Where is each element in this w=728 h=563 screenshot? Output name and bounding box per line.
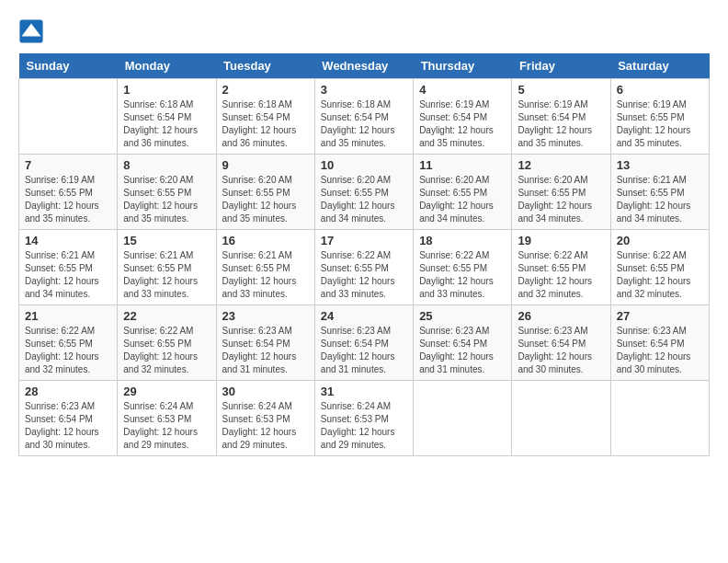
- calendar-cell: 9Sunrise: 6:20 AM Sunset: 6:55 PM Daylig…: [216, 155, 314, 230]
- day-number: 15: [123, 234, 210, 247]
- day-number: 25: [419, 309, 506, 323]
- day-number: 19: [518, 234, 604, 247]
- day-info: Sunrise: 6:19 AM Sunset: 6:54 PM Dayligh…: [419, 98, 506, 150]
- calendar-cell: 19Sunrise: 6:22 AM Sunset: 6:55 PM Dayli…: [512, 230, 610, 305]
- day-info: Sunrise: 6:24 AM Sunset: 6:53 PM Dayligh…: [222, 400, 309, 452]
- calendar-cell: 5Sunrise: 6:19 AM Sunset: 6:54 PM Daylig…: [512, 79, 610, 155]
- day-number: 20: [617, 234, 703, 247]
- calendar-week-row: 7Sunrise: 6:19 AM Sunset: 6:55 PM Daylig…: [19, 155, 710, 230]
- calendar-cell: 2Sunrise: 6:18 AM Sunset: 6:54 PM Daylig…: [216, 79, 314, 155]
- day-info: Sunrise: 6:20 AM Sunset: 6:55 PM Dayligh…: [518, 174, 604, 225]
- day-number: 30: [222, 385, 309, 398]
- day-info: Sunrise: 6:22 AM Sunset: 6:55 PM Dayligh…: [25, 325, 111, 376]
- header-saturday: Saturday: [610, 53, 709, 79]
- day-number: 2: [222, 83, 309, 97]
- day-number: 4: [419, 83, 506, 97]
- day-number: 3: [321, 83, 407, 97]
- day-info: Sunrise: 6:23 AM Sunset: 6:54 PM Dayligh…: [222, 325, 309, 376]
- header-thursday: Thursday: [414, 53, 512, 79]
- logo-icon: [18, 18, 44, 44]
- calendar-cell: 30Sunrise: 6:24 AM Sunset: 6:53 PM Dayli…: [216, 381, 314, 456]
- page-header: [18, 18, 710, 44]
- day-number: 11: [419, 158, 506, 172]
- calendar-cell: 26Sunrise: 6:23 AM Sunset: 6:54 PM Dayli…: [512, 305, 610, 381]
- day-number: 29: [123, 385, 210, 398]
- day-info: Sunrise: 6:23 AM Sunset: 6:54 PM Dayligh…: [25, 400, 111, 452]
- day-number: 27: [617, 309, 703, 323]
- day-info: Sunrise: 6:20 AM Sunset: 6:55 PM Dayligh…: [222, 174, 309, 225]
- day-info: Sunrise: 6:23 AM Sunset: 6:54 PM Dayligh…: [419, 325, 506, 376]
- header-tuesday: Tuesday: [216, 53, 314, 79]
- day-number: 21: [25, 309, 111, 323]
- day-info: Sunrise: 6:23 AM Sunset: 6:54 PM Dayligh…: [518, 325, 604, 376]
- calendar-week-row: 21Sunrise: 6:22 AM Sunset: 6:55 PM Dayli…: [19, 305, 710, 381]
- calendar-cell: [19, 79, 118, 155]
- calendar-cell: [610, 381, 709, 456]
- day-number: 1: [123, 83, 210, 97]
- day-info: Sunrise: 6:18 AM Sunset: 6:54 PM Dayligh…: [123, 98, 210, 150]
- calendar-cell: 15Sunrise: 6:21 AM Sunset: 6:55 PM Dayli…: [118, 230, 216, 305]
- calendar-cell: 10Sunrise: 6:20 AM Sunset: 6:55 PM Dayli…: [314, 155, 413, 230]
- day-number: 9: [222, 158, 309, 172]
- calendar-cell: 25Sunrise: 6:23 AM Sunset: 6:54 PM Dayli…: [414, 305, 512, 381]
- day-info: Sunrise: 6:20 AM Sunset: 6:55 PM Dayligh…: [321, 174, 407, 225]
- calendar-cell: 16Sunrise: 6:21 AM Sunset: 6:55 PM Dayli…: [216, 230, 314, 305]
- day-number: 28: [25, 385, 111, 398]
- calendar-cell: 7Sunrise: 6:19 AM Sunset: 6:55 PM Daylig…: [19, 155, 118, 230]
- day-info: Sunrise: 6:22 AM Sunset: 6:55 PM Dayligh…: [419, 249, 506, 301]
- day-number: 31: [321, 385, 407, 398]
- day-number: 5: [518, 83, 604, 97]
- calendar-cell: 29Sunrise: 6:24 AM Sunset: 6:53 PM Dayli…: [118, 381, 216, 456]
- calendar-cell: [512, 381, 610, 456]
- day-info: Sunrise: 6:23 AM Sunset: 6:54 PM Dayligh…: [617, 325, 703, 376]
- day-number: 16: [222, 234, 309, 247]
- day-info: Sunrise: 6:23 AM Sunset: 6:54 PM Dayligh…: [321, 325, 407, 376]
- day-number: 18: [419, 234, 506, 247]
- calendar-table: SundayMondayTuesdayWednesdayThursdayFrid…: [18, 53, 710, 456]
- calendar-cell: 4Sunrise: 6:19 AM Sunset: 6:54 PM Daylig…: [414, 79, 512, 155]
- day-number: 17: [321, 234, 407, 247]
- calendar-cell: 11Sunrise: 6:20 AM Sunset: 6:55 PM Dayli…: [414, 155, 512, 230]
- day-number: 10: [321, 158, 407, 172]
- calendar-cell: 27Sunrise: 6:23 AM Sunset: 6:54 PM Dayli…: [610, 305, 709, 381]
- calendar-cell: 31Sunrise: 6:24 AM Sunset: 6:53 PM Dayli…: [314, 381, 413, 456]
- day-number: 8: [123, 158, 210, 172]
- day-info: Sunrise: 6:18 AM Sunset: 6:54 PM Dayligh…: [222, 98, 309, 150]
- day-number: 7: [25, 158, 111, 172]
- calendar-cell: 17Sunrise: 6:22 AM Sunset: 6:55 PM Dayli…: [314, 230, 413, 305]
- day-number: 23: [222, 309, 309, 323]
- header-friday: Friday: [512, 53, 610, 79]
- calendar-cell: 22Sunrise: 6:22 AM Sunset: 6:55 PM Dayli…: [118, 305, 216, 381]
- calendar-cell: 23Sunrise: 6:23 AM Sunset: 6:54 PM Dayli…: [216, 305, 314, 381]
- calendar-week-row: 1Sunrise: 6:18 AM Sunset: 6:54 PM Daylig…: [19, 79, 710, 155]
- day-info: Sunrise: 6:24 AM Sunset: 6:53 PM Dayligh…: [321, 400, 407, 452]
- calendar-week-row: 28Sunrise: 6:23 AM Sunset: 6:54 PM Dayli…: [19, 381, 710, 456]
- calendar-week-row: 14Sunrise: 6:21 AM Sunset: 6:55 PM Dayli…: [19, 230, 710, 305]
- day-info: Sunrise: 6:22 AM Sunset: 6:55 PM Dayligh…: [617, 249, 703, 301]
- logo: [18, 18, 48, 44]
- calendar-cell: 1Sunrise: 6:18 AM Sunset: 6:54 PM Daylig…: [118, 79, 216, 155]
- calendar-cell: 24Sunrise: 6:23 AM Sunset: 6:54 PM Dayli…: [314, 305, 413, 381]
- day-info: Sunrise: 6:20 AM Sunset: 6:55 PM Dayligh…: [123, 174, 210, 225]
- day-info: Sunrise: 6:24 AM Sunset: 6:53 PM Dayligh…: [123, 400, 210, 452]
- day-info: Sunrise: 6:18 AM Sunset: 6:54 PM Dayligh…: [321, 98, 407, 150]
- day-info: Sunrise: 6:19 AM Sunset: 6:55 PM Dayligh…: [617, 98, 703, 150]
- day-info: Sunrise: 6:21 AM Sunset: 6:55 PM Dayligh…: [25, 249, 111, 301]
- calendar-header-row: SundayMondayTuesdayWednesdayThursdayFrid…: [19, 53, 710, 79]
- calendar-cell: 14Sunrise: 6:21 AM Sunset: 6:55 PM Dayli…: [19, 230, 118, 305]
- day-number: 6: [617, 83, 703, 97]
- day-info: Sunrise: 6:20 AM Sunset: 6:55 PM Dayligh…: [419, 174, 506, 225]
- day-number: 13: [617, 158, 703, 172]
- calendar-cell: 28Sunrise: 6:23 AM Sunset: 6:54 PM Dayli…: [19, 381, 118, 456]
- day-info: Sunrise: 6:21 AM Sunset: 6:55 PM Dayligh…: [617, 174, 703, 225]
- calendar-cell: 8Sunrise: 6:20 AM Sunset: 6:55 PM Daylig…: [118, 155, 216, 230]
- day-info: Sunrise: 6:21 AM Sunset: 6:55 PM Dayligh…: [123, 249, 210, 301]
- day-number: 26: [518, 309, 604, 323]
- calendar-cell: 3Sunrise: 6:18 AM Sunset: 6:54 PM Daylig…: [314, 79, 413, 155]
- day-info: Sunrise: 6:22 AM Sunset: 6:55 PM Dayligh…: [518, 249, 604, 301]
- day-number: 22: [123, 309, 210, 323]
- day-info: Sunrise: 6:21 AM Sunset: 6:55 PM Dayligh…: [222, 249, 309, 301]
- calendar-cell: 18Sunrise: 6:22 AM Sunset: 6:55 PM Dayli…: [414, 230, 512, 305]
- calendar-cell: [414, 381, 512, 456]
- day-info: Sunrise: 6:19 AM Sunset: 6:54 PM Dayligh…: [518, 98, 604, 150]
